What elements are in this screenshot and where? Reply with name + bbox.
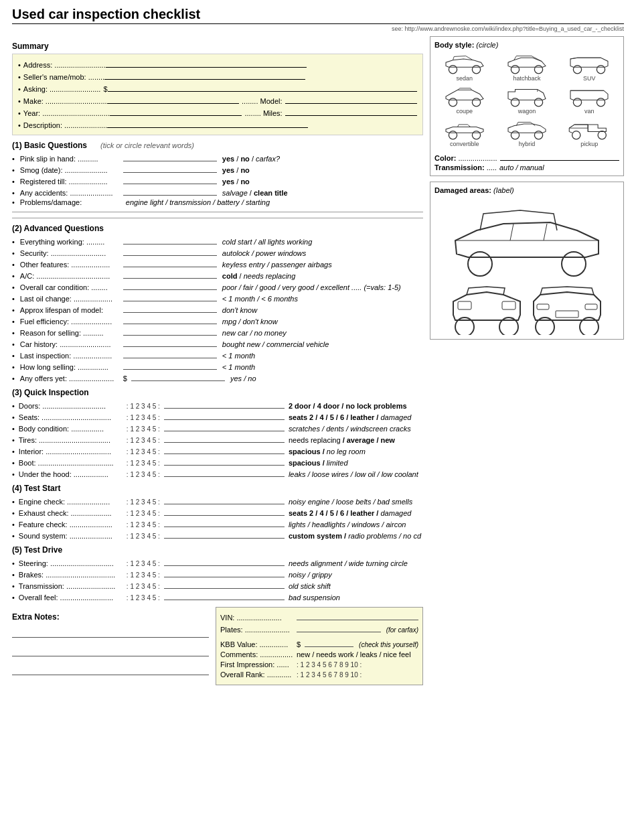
feature-check-row: • Feature check: ..................... :… xyxy=(12,518,423,529)
last-inspection-field[interactable] xyxy=(123,350,217,358)
svg-point-7 xyxy=(472,98,480,107)
accidents-field[interactable] xyxy=(123,187,217,196)
registered-row: • Registered till: ................... y… xyxy=(12,176,423,186)
svg-line-25 xyxy=(544,224,547,240)
smog-field[interactable] xyxy=(123,164,217,173)
boot-field[interactable] xyxy=(164,457,285,466)
color-row: Color: ................... xyxy=(434,151,619,162)
seats-row: • Seats: ...............................… xyxy=(12,411,423,421)
car-type-van[interactable]: van xyxy=(560,84,619,115)
transmission-row: • Transmission: ........................… xyxy=(12,580,423,590)
comments-row: Comments: ................ new / needs w… xyxy=(220,650,418,658)
notes-line-3[interactable] xyxy=(12,663,209,675)
engine-check-field[interactable] xyxy=(164,496,285,504)
other-features-field[interactable] xyxy=(123,259,217,267)
svg-point-6 xyxy=(449,98,457,107)
body-condition-field[interactable] xyxy=(164,423,285,431)
bottom-section: Extra Notes: VIN: ......................… xyxy=(12,607,423,685)
pink-slip-field[interactable] xyxy=(123,153,217,161)
engine-check-row: • Engine check: ..................... : … xyxy=(12,496,423,506)
svg-line-24 xyxy=(510,224,513,240)
how-long-field[interactable] xyxy=(123,361,217,370)
car-type-suv[interactable]: SUV xyxy=(560,52,619,82)
vin-field[interactable] xyxy=(297,612,418,620)
overall-feel-field[interactable] xyxy=(164,591,285,600)
body-style-title: Body style: (circle) xyxy=(434,41,619,49)
exhaust-check-field[interactable] xyxy=(164,507,285,516)
offers-row: • Any offers yet: ......................… xyxy=(12,372,423,382)
plates-field[interactable] xyxy=(297,624,381,632)
model-field[interactable] xyxy=(285,94,417,104)
svg-point-17 xyxy=(572,131,580,139)
svg-point-18 xyxy=(598,131,606,139)
car-type-hybrid[interactable]: hybrid xyxy=(497,117,556,147)
seller-field[interactable] xyxy=(104,70,305,80)
svg-point-10 xyxy=(574,98,582,107)
make-row: • Make: .............................. .… xyxy=(18,94,417,105)
ac-field[interactable] xyxy=(123,270,217,279)
everything-field[interactable] xyxy=(123,236,217,244)
page-title: Used car inspection checklist xyxy=(12,7,624,24)
lifespan-field[interactable] xyxy=(123,304,217,313)
interior-row: • Interior: ............................… xyxy=(12,445,423,456)
svg-point-0 xyxy=(449,66,457,74)
transmission-row: Transmission: ..... auto / manual xyxy=(434,163,619,171)
everything-working-row: • Everything working: ......... cold sta… xyxy=(12,236,423,246)
offers-field[interactable] xyxy=(131,372,225,381)
car-type-hatchback[interactable]: hatchback xyxy=(497,52,556,82)
damaged-areas-box: Damaged areas: (label) xyxy=(430,182,624,340)
brakes-field[interactable] xyxy=(164,569,285,577)
sound-system-field[interactable] xyxy=(164,530,285,539)
coupe-icon xyxy=(441,84,488,108)
boot-row: • Boot: ................................… xyxy=(12,457,423,467)
asking-field[interactable] xyxy=(108,82,417,92)
transmission-field[interactable] xyxy=(164,580,285,589)
kbb-row: KBB Value: .............. $ (check this … xyxy=(220,638,418,648)
svg-point-3 xyxy=(534,66,542,74)
registered-field[interactable] xyxy=(123,176,217,184)
car-type-coupe[interactable]: coupe xyxy=(434,84,494,115)
reason-field[interactable] xyxy=(123,327,217,336)
fuel-field[interactable] xyxy=(123,316,217,324)
svg-rect-28 xyxy=(458,301,471,309)
steering-field[interactable] xyxy=(164,557,285,566)
car-type-convertible[interactable]: convertible xyxy=(434,117,494,147)
extra-notes-col: Extra Notes: xyxy=(12,607,209,685)
damaged-areas-title: Damaged areas: (label) xyxy=(434,186,619,194)
miles-field[interactable] xyxy=(285,107,417,116)
under-hood-field[interactable] xyxy=(164,468,285,477)
svg-point-1 xyxy=(472,66,480,74)
description-field[interactable] xyxy=(107,119,308,128)
car-type-wagon[interactable]: wagon xyxy=(497,84,556,115)
color-field[interactable] xyxy=(500,151,619,161)
divider-2 xyxy=(12,218,423,218)
svg-point-5 xyxy=(597,66,605,74)
oil-change-field[interactable] xyxy=(123,293,217,301)
basic-questions-hint: (tick or circle relevant words) xyxy=(100,141,194,149)
convertible-icon xyxy=(441,117,488,141)
test-start-section: (4) Test Start • Engine check: .........… xyxy=(12,484,423,540)
seats-field[interactable] xyxy=(164,411,285,420)
doors-field[interactable] xyxy=(164,400,285,409)
plates-row: Plates: ...................... (for carf… xyxy=(220,624,418,634)
test-drive-title: (5) Test Drive xyxy=(12,545,423,555)
interior-field[interactable] xyxy=(164,445,285,454)
notes-line-1[interactable] xyxy=(12,626,209,638)
car-type-sedan[interactable]: sedan xyxy=(434,52,494,82)
damaged-car-top xyxy=(443,197,611,277)
tires-field[interactable] xyxy=(164,434,285,443)
notes-line-2[interactable] xyxy=(12,644,209,656)
make-field[interactable] xyxy=(107,94,239,104)
feature-check-field[interactable] xyxy=(164,518,285,527)
history-field[interactable] xyxy=(123,338,217,347)
svg-point-2 xyxy=(511,66,519,74)
year-field[interactable] xyxy=(110,107,242,116)
advanced-questions-section: (2) Advanced Questions • Everything work… xyxy=(12,224,423,382)
svg-rect-33 xyxy=(585,304,597,309)
address-field[interactable] xyxy=(106,58,307,68)
car-type-pickup[interactable]: pickup xyxy=(560,117,619,147)
condition-field[interactable] xyxy=(123,281,217,290)
security-field[interactable] xyxy=(123,247,217,256)
kbb-field[interactable] xyxy=(305,638,353,647)
notes-lines xyxy=(12,626,209,675)
